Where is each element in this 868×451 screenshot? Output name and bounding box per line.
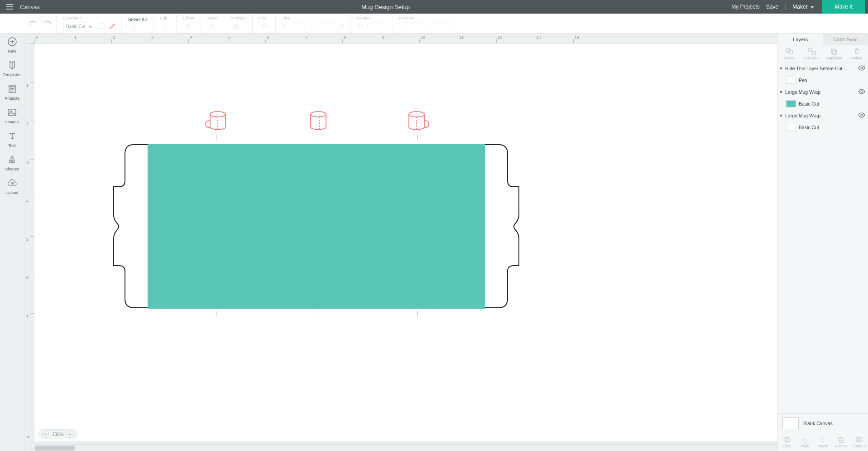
select-all-icon[interactable] (128, 23, 138, 33)
layer-row[interactable]: Hide This Layer Before Cut… (778, 63, 868, 74)
ungroup-button[interactable]: UnGroup (801, 45, 823, 62)
ruler-horizontal: 01234567891011121314 (34, 34, 777, 44)
offset-icon[interactable] (183, 21, 193, 31)
align-tick (216, 135, 216, 141)
slice-button[interactable]: Slice (778, 433, 796, 451)
attach-button[interactable]: Attach (814, 433, 832, 451)
lock-aspect-icon[interactable] (339, 23, 344, 30)
size-group: Size W H (275, 14, 350, 33)
align-icon[interactable] (207, 21, 217, 31)
flip-icon[interactable] (259, 21, 269, 31)
canvas-viewport[interactable] (34, 44, 777, 441)
redo-button[interactable] (43, 20, 52, 27)
svg-rect-16 (808, 48, 811, 51)
machine-label: Maker (792, 4, 807, 10)
ruler-corner (24, 34, 34, 44)
edit-toolbar: Operation Basic Cut Select All Edit Offs… (0, 14, 868, 34)
rail-projects[interactable]: Projects (0, 83, 24, 101)
ruler-vertical: ∞ 1234567 (24, 44, 34, 441)
tool-rail: New Templates Projects Images Text Shape… (0, 34, 24, 451)
contour-button[interactable]: Contour (850, 433, 868, 451)
layer-sub[interactable]: Basic Cut (778, 121, 868, 133)
tab-layers[interactable]: Layers (778, 34, 823, 45)
design-rect[interactable] (148, 144, 485, 309)
operation-select[interactable]: Basic Cut (63, 23, 94, 30)
svg-point-12 (311, 112, 326, 117)
make-it-button[interactable]: Make It (822, 0, 865, 14)
undo-button[interactable] (29, 20, 38, 27)
machine-selector[interactable]: Maker (792, 4, 814, 10)
svg-point-22 (861, 114, 863, 116)
rail-new[interactable]: New (0, 36, 24, 53)
menu-icon[interactable] (3, 4, 16, 10)
layer-sub[interactable]: Basic Cut (778, 98, 868, 110)
align-tick (417, 135, 418, 141)
svg-rect-9 (9, 109, 16, 116)
mug-icon-3 (406, 111, 430, 133)
horizontal-scrollbar[interactable] (34, 444, 777, 451)
rail-upload[interactable]: Upload (0, 178, 24, 195)
rail-templates[interactable]: Templates (0, 60, 24, 77)
mug-icon-2 (306, 111, 331, 133)
canvas-stage: 01234567891011121314 ∞ 1234567 (24, 34, 777, 451)
svg-rect-5 (340, 25, 343, 28)
delete-button[interactable]: Delete (845, 45, 868, 62)
svg-point-2 (187, 25, 189, 27)
svg-point-11 (210, 112, 225, 117)
zoom-value: 100% (52, 432, 64, 437)
layer-row[interactable]: Large Mug Wrap (778, 86, 868, 98)
svg-rect-25 (857, 437, 861, 442)
visibility-icon[interactable] (858, 112, 865, 119)
align-tick (417, 311, 418, 316)
chevron-down-icon (810, 6, 814, 9)
group-button[interactable]: Group (778, 45, 801, 62)
arrange-icon[interactable] (230, 21, 240, 31)
svg-rect-19 (833, 50, 837, 54)
svg-point-21 (861, 91, 863, 92)
rotate-input[interactable] (367, 22, 386, 30)
rotate-icon[interactable] (357, 23, 364, 30)
project-title: Mug Design Setup (40, 4, 731, 10)
rail-images[interactable]: Images (0, 107, 24, 124)
flatten-button[interactable]: Flatten (832, 433, 850, 451)
mug-icon-1 (204, 111, 229, 133)
zoom-out-button[interactable]: − (42, 431, 49, 438)
rail-shapes[interactable]: Shapes (0, 154, 24, 171)
right-panel: Layers Color Sync Group UnGroup Duplicat… (777, 34, 868, 451)
zoom-control: − 100% + (38, 429, 78, 439)
visibility-icon[interactable] (858, 89, 865, 95)
color-swatch[interactable] (98, 24, 105, 29)
rail-text[interactable]: Text (0, 131, 24, 148)
layers-list: ⌃ Hide This Layer Before Cut…PenLarge Mu… (778, 63, 868, 413)
tab-color-sync[interactable]: Color Sync (823, 34, 868, 45)
zoom-in-button[interactable]: + (67, 431, 74, 438)
duplicate-button[interactable]: Duplicate (823, 45, 846, 62)
y-input[interactable] (432, 22, 451, 30)
select-all-button[interactable]: Select All (128, 17, 147, 22)
align-tick (318, 311, 318, 316)
align-tick (318, 135, 318, 141)
app-brand: Canvas (20, 4, 40, 10)
edit-icon[interactable] (160, 21, 170, 31)
align-tick (216, 311, 216, 316)
svg-rect-8 (10, 87, 14, 88)
svg-rect-17 (812, 51, 815, 54)
svg-rect-7 (9, 85, 15, 92)
save-link[interactable]: Save (766, 4, 778, 10)
artboard[interactable] (34, 44, 777, 441)
weld-button[interactable]: Weld (796, 433, 814, 451)
height-input[interactable] (316, 22, 335, 30)
operation-group: Operation Basic Cut (56, 14, 121, 33)
x-input[interactable] (404, 22, 423, 30)
mat-selector[interactable]: Blank Canvas (778, 414, 868, 433)
app-header: Canvas Mug Design Setup My Projects Save… (0, 0, 868, 14)
collapse-button[interactable]: ⌃ (863, 64, 866, 69)
svg-rect-26 (858, 439, 860, 441)
pen-icon (109, 23, 115, 30)
width-input[interactable] (288, 22, 307, 30)
layer-row[interactable]: Large Mug Wrap (778, 110, 868, 121)
layer-sub[interactable]: Pen (778, 74, 868, 86)
my-projects-link[interactable]: My Projects (731, 4, 760, 10)
svg-point-10 (10, 111, 11, 112)
separator: | (785, 4, 786, 10)
